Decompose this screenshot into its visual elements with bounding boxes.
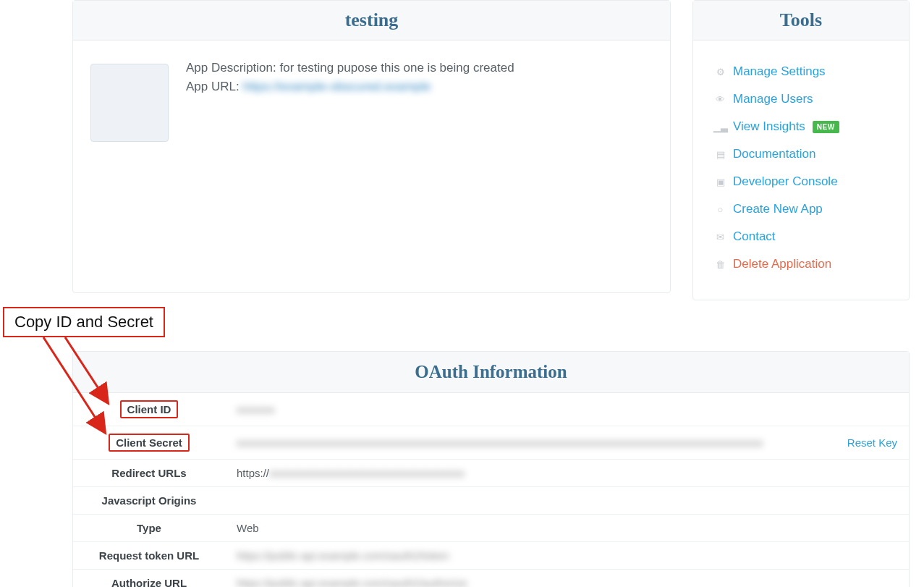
tools-link-create-new-app[interactable]: Create New App: [733, 202, 823, 216]
oauth-row: Redirect URLshttps://xxxxxxxxxxxxxxxxxxx…: [73, 460, 909, 487]
tools-panel-header: Tools: [693, 1, 909, 41]
trash-icon: 🗑: [715, 259, 726, 270]
tools-item: 👁Manage Users: [715, 85, 887, 113]
eye-icon: 👁: [715, 94, 726, 105]
oauth-key: Javascript Origins: [73, 487, 225, 515]
oauth-value-blurred: https://public-api.example.com/oauth2/to…: [237, 549, 449, 562]
app-description-label: App Description:: [186, 61, 276, 75]
oauth-value: https://public-api.example.com/oauth2/au…: [225, 570, 909, 588]
tools-link-contact[interactable]: Contact: [733, 229, 776, 244]
doc-icon: ▤: [715, 149, 726, 160]
oauth-row: Client IDxxxxxxx: [73, 393, 909, 426]
tools-item: ○Create New App: [715, 195, 887, 223]
tools-link-delete-application[interactable]: Delete Application: [733, 257, 831, 271]
oauth-row: Javascript Origins: [73, 487, 909, 515]
mail-icon: ✉: [715, 232, 726, 242]
oauth-key: Authorize URL: [73, 570, 225, 588]
tools-panel: Tools ⚙Manage Settings👁Manage Users▁▃Vie…: [692, 0, 910, 300]
tools-item: 🗑Delete Application: [715, 250, 887, 278]
tools-list: ⚙Manage Settings👁Manage Users▁▃View Insi…: [693, 41, 909, 300]
oauth-value: xxxxxxx: [225, 393, 909, 426]
oauth-value-blurred: https://public-api.example.com/oauth2/au…: [237, 577, 467, 587]
app-thumbnail: [90, 64, 169, 142]
oauth-panel: OAuth Information Client IDxxxxxxxClient…: [72, 351, 910, 587]
highlight-box: Client ID: [120, 400, 179, 418]
oauth-title: OAuth Information: [415, 362, 567, 381]
tools-item: ✉Contact: [715, 223, 887, 250]
app-description-value: for testing pupose this one is being cre…: [279, 61, 514, 75]
tools-item: ▣Developer Console: [715, 168, 887, 195]
oauth-value-prefix: https://: [237, 467, 269, 479]
oauth-value: https://public-api.example.com/oauth2/to…: [225, 542, 909, 570]
annotation-callout: Copy ID and Secret: [3, 307, 165, 337]
app-url: App URL: https://example-obscured.exampl…: [186, 80, 514, 94]
app-title: testing: [345, 9, 399, 30]
app-panel: testing App Description: for testing pup…: [72, 0, 671, 293]
oauth-panel-header: OAuth Information: [73, 352, 909, 393]
reset-key-link[interactable]: Reset Key: [847, 436, 897, 449]
plus-icon: ○: [715, 204, 726, 215]
oauth-key: Type: [73, 515, 225, 542]
chart-icon: ▁▃: [715, 122, 726, 132]
oauth-row: Request token URLhttps://public-api.exam…: [73, 542, 909, 570]
tools-link-manage-settings[interactable]: Manage Settings: [733, 64, 826, 79]
oauth-table: Client IDxxxxxxxClient Secretxxxxxxxxxxx…: [73, 393, 909, 587]
tools-item: ▁▃View InsightsNEW: [715, 113, 887, 140]
tools-link-documentation[interactable]: Documentation: [733, 147, 815, 161]
tools-link-developer-console[interactable]: Developer Console: [733, 174, 838, 189]
gear-icon: ⚙: [715, 67, 726, 77]
tools-item: ▤Documentation: [715, 140, 887, 168]
oauth-value-blurred: xxxxxxxxxxxxxxxxxxxxxxxxxxxxxxxxxxxxxxxx…: [237, 436, 763, 449]
oauth-row: Authorize URLhttps://public-api.example.…: [73, 570, 909, 588]
oauth-value-blurred: xxxxxxx: [237, 403, 275, 415]
oauth-row: Client Secretxxxxxxxxxxxxxxxxxxxxxxxxxxx…: [73, 426, 909, 460]
tools-link-manage-users[interactable]: Manage Users: [733, 92, 813, 106]
oauth-value-blurred: xxxxxxxxxxxxxxxxxxxxxxxxxxxxxxxxxxxx: [269, 467, 465, 479]
oauth-value: https://xxxxxxxxxxxxxxxxxxxxxxxxxxxxxxxx…: [225, 460, 909, 487]
console-icon: ▣: [715, 177, 726, 187]
tools-item: ⚙Manage Settings: [715, 58, 887, 85]
oauth-key: Client Secret: [73, 426, 225, 460]
app-description: App Description: for testing pupose this…: [186, 61, 514, 75]
new-badge: NEW: [813, 121, 839, 133]
app-url-label: App URL:: [186, 80, 240, 93]
oauth-value: [225, 487, 909, 515]
tools-link-view-insights[interactable]: View Insights: [733, 119, 805, 134]
oauth-value: Web: [225, 515, 909, 542]
oauth-key: Request token URL: [73, 542, 225, 570]
oauth-key: Client ID: [73, 393, 225, 426]
oauth-value: xxxxxxxxxxxxxxxxxxxxxxxxxxxxxxxxxxxxxxxx…: [225, 426, 909, 460]
app-panel-header: testing: [73, 1, 670, 41]
oauth-row: TypeWeb: [73, 515, 909, 542]
tools-title: Tools: [780, 9, 822, 30]
oauth-key: Redirect URLs: [73, 460, 225, 487]
highlight-box: Client Secret: [109, 434, 190, 452]
app-url-value: https://example-obscured.example: [242, 80, 431, 94]
